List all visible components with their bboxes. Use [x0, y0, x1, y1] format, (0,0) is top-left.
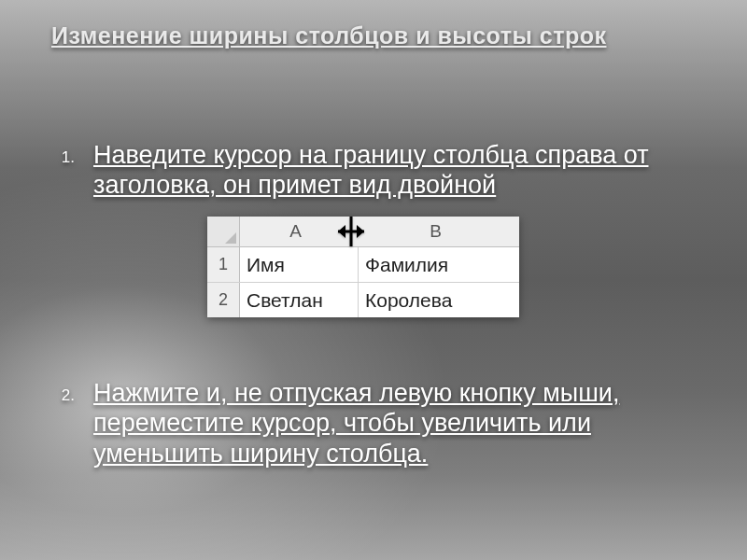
row-header-2: 2 — [207, 283, 240, 317]
list-item-2: Нажмите и, не отпуская левую кнопку мыши… — [93, 378, 700, 469]
cell-a2: Светлан — [240, 283, 359, 317]
resize-horizontal-cursor-icon — [334, 215, 368, 252]
cell-b2: Королева — [359, 283, 519, 317]
select-all-corner — [207, 217, 240, 246]
sheet-row-1: 1 Имя Фамилия — [207, 247, 519, 283]
sheet-row-2: 2 Светлан Королева — [207, 283, 519, 317]
cell-b1: Фамилия — [359, 247, 519, 282]
row-header-1: 1 — [207, 247, 240, 282]
list-number-2: 2. — [42, 386, 75, 405]
slide: Изменение ширины столбцов и высоты строк… — [0, 0, 747, 560]
list-item-1: Наведите курсор на границу столбца справ… — [93, 140, 700, 201]
slide-title: Изменение ширины столбцов и высоты строк — [51, 22, 696, 49]
cell-a1: Имя — [240, 247, 359, 282]
list-number-1: 1. — [42, 148, 75, 167]
column-header-b: B — [352, 217, 519, 246]
